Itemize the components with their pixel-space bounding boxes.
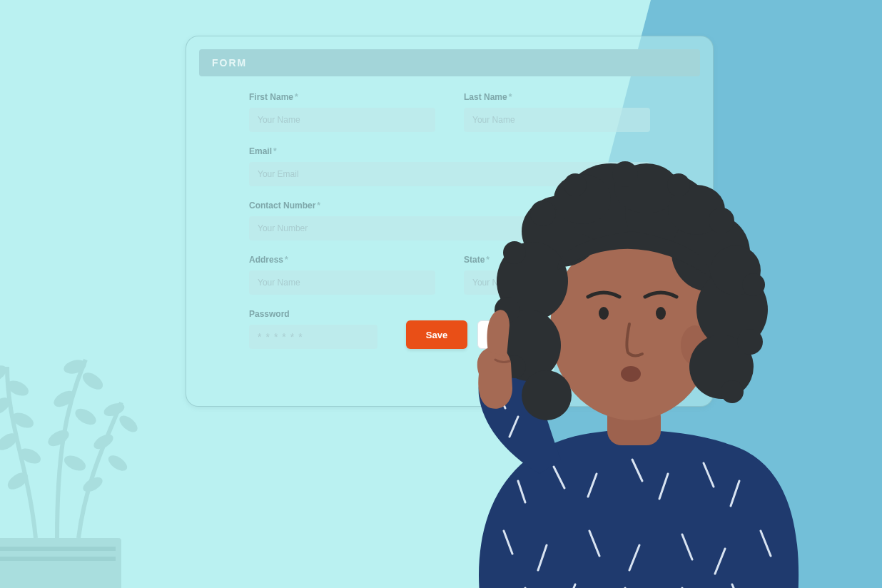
svg-point-3	[0, 362, 9, 385]
svg-point-13	[73, 405, 99, 428]
last-name-label: Last Name*	[464, 92, 650, 102]
first-name-input[interactable]	[249, 108, 435, 132]
svg-point-5	[0, 394, 13, 417]
form-title: FORM	[212, 57, 247, 69]
address-input[interactable]	[249, 270, 435, 295]
svg-point-9	[5, 469, 31, 492]
password-label: Password	[249, 309, 377, 319]
save-button[interactable]: Save	[406, 320, 467, 349]
plant-illustration	[0, 281, 164, 588]
contact-number-label: Contact Number*	[249, 201, 650, 211]
svg-point-18	[91, 432, 116, 452]
email-input[interactable]	[249, 162, 650, 186]
svg-point-10	[62, 358, 88, 376]
svg-point-12	[51, 387, 78, 410]
svg-point-17	[116, 412, 140, 435]
svg-point-16	[102, 400, 126, 418]
first-name-label: First Name*	[249, 92, 435, 102]
state-label: State*	[464, 255, 650, 265]
email-label: Email*	[249, 146, 650, 156]
svg-rect-2	[0, 557, 116, 561]
continue-button[interactable]: Continue	[477, 320, 539, 349]
state-input[interactable]	[464, 270, 650, 295]
svg-point-19	[106, 452, 130, 474]
svg-rect-0	[0, 538, 121, 588]
svg-point-20	[81, 475, 105, 495]
svg-point-11	[80, 369, 106, 392]
last-name-input[interactable]	[464, 108, 650, 132]
form-tablet: FORM First Name* Last Name*	[186, 36, 714, 407]
svg-point-15	[62, 452, 88, 474]
address-label: Address*	[249, 255, 435, 265]
contact-number-input[interactable]	[249, 216, 650, 240]
svg-line-41	[510, 417, 518, 437]
form-card: FORM First Name* Last Name*	[199, 49, 700, 393]
svg-point-7	[0, 430, 20, 453]
password-input[interactable]: ******	[249, 325, 377, 349]
svg-point-14	[46, 427, 72, 450]
form-body: First Name* Last Name* Email*	[199, 92, 700, 363]
svg-point-4	[5, 377, 31, 399]
svg-point-8	[17, 445, 44, 467]
illustration-stage: FORM First Name* Last Name*	[0, 0, 882, 588]
form-header: FORM	[199, 49, 700, 76]
svg-point-6	[10, 410, 36, 431]
svg-rect-1	[0, 547, 116, 551]
